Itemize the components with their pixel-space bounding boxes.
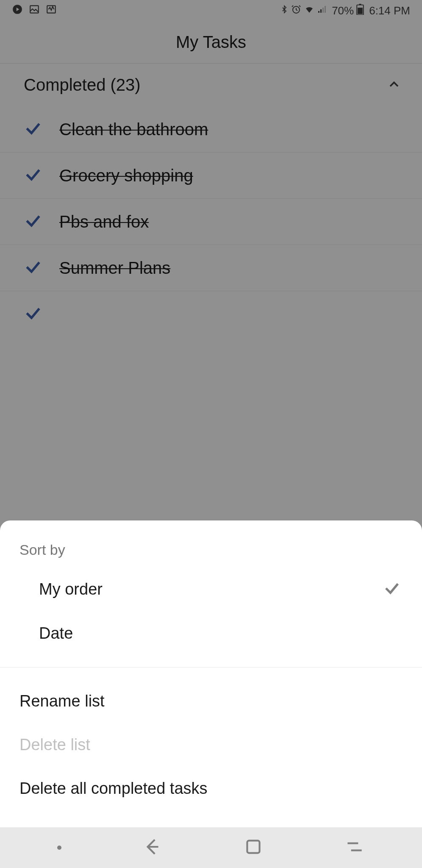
home-icon[interactable] bbox=[243, 836, 264, 859]
check-icon bbox=[383, 579, 401, 599]
sort-option-label: Date bbox=[39, 624, 73, 643]
system-nav-bar bbox=[0, 827, 422, 868]
sort-option-label: My order bbox=[39, 580, 103, 598]
action-label: Delete list bbox=[19, 736, 90, 754]
nav-indicator-dot bbox=[57, 846, 61, 850]
svg-rect-7 bbox=[247, 840, 259, 853]
divider bbox=[0, 667, 422, 668]
delete-completed-button[interactable]: Delete all completed tasks bbox=[0, 767, 422, 810]
delete-list-button: Delete list bbox=[0, 723, 422, 767]
recents-icon[interactable] bbox=[344, 836, 365, 859]
back-icon[interactable] bbox=[142, 836, 163, 859]
rename-list-button[interactable]: Rename list bbox=[0, 679, 422, 723]
sort-by-label: Sort by bbox=[0, 542, 422, 567]
sort-option-date[interactable]: Date bbox=[0, 612, 422, 655]
action-label: Rename list bbox=[19, 692, 105, 710]
sort-option-my-order[interactable]: My order bbox=[0, 567, 422, 612]
bottom-sheet: Sort by My order Date Rename list Delete… bbox=[0, 520, 422, 827]
action-label: Delete all completed tasks bbox=[19, 779, 208, 797]
